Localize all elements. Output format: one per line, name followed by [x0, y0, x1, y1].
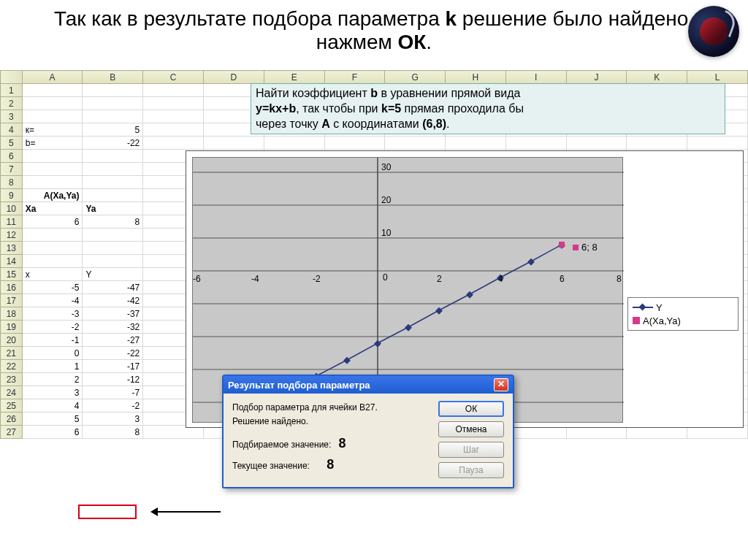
- cell[interactable]: -32: [83, 321, 143, 334]
- cell[interactable]: 5: [22, 413, 83, 426]
- cell[interactable]: -22: [83, 347, 143, 360]
- cell[interactable]: [83, 176, 143, 189]
- cell[interactable]: [22, 110, 83, 123]
- row-header[interactable]: 17: [1, 294, 23, 307]
- cell[interactable]: -12: [83, 373, 143, 386]
- row-header[interactable]: 24: [1, 386, 23, 399]
- cell[interactable]: 3: [83, 413, 143, 426]
- cell[interactable]: -3: [22, 307, 83, 321]
- cell[interactable]: [83, 84, 143, 97]
- row-header[interactable]: 26: [1, 413, 23, 426]
- cell[interactable]: -17: [83, 360, 143, 373]
- col-header[interactable]: L: [687, 71, 748, 84]
- row-header[interactable]: 4: [1, 123, 23, 137]
- cell[interactable]: [22, 242, 83, 255]
- cell[interactable]: [143, 137, 204, 150]
- row-header[interactable]: 14: [1, 255, 23, 268]
- col-header[interactable]: D: [204, 71, 264, 84]
- cell[interactable]: [22, 150, 83, 163]
- close-icon[interactable]: ✕: [494, 378, 508, 391]
- cell[interactable]: -37: [83, 307, 143, 321]
- cell[interactable]: 0: [22, 347, 83, 360]
- cell[interactable]: 2: [22, 373, 83, 386]
- cell[interactable]: -7: [83, 386, 143, 399]
- cell[interactable]: Xa: [22, 202, 83, 215]
- cell[interactable]: A(Xa,Ya): [22, 189, 83, 202]
- cell[interactable]: -2: [83, 399, 143, 413]
- cell[interactable]: [627, 137, 687, 150]
- cell[interactable]: [83, 110, 143, 123]
- row-header[interactable]: 16: [1, 281, 23, 294]
- cell[interactable]: 6: [22, 426, 83, 439]
- cell[interactable]: [566, 137, 627, 150]
- col-header[interactable]: J: [566, 71, 627, 84]
- col-header[interactable]: I: [505, 71, 566, 84]
- row-header[interactable]: 22: [1, 360, 23, 373]
- cell[interactable]: [83, 189, 143, 202]
- row-header[interactable]: 15: [1, 268, 23, 281]
- col-header[interactable]: H: [446, 71, 506, 84]
- cell[interactable]: x: [22, 268, 83, 281]
- cell[interactable]: [204, 137, 264, 150]
- cell[interactable]: [143, 123, 204, 137]
- row-header[interactable]: 10: [1, 202, 23, 215]
- row-header[interactable]: 13: [1, 242, 23, 255]
- row-header[interactable]: 18: [1, 307, 23, 321]
- cell[interactable]: [22, 255, 83, 268]
- ok-button[interactable]: ОК: [438, 401, 504, 417]
- cell[interactable]: 3: [22, 386, 83, 399]
- cell[interactable]: 1: [22, 360, 83, 373]
- row-header[interactable]: 23: [1, 373, 23, 386]
- col-header[interactable]: E: [264, 71, 324, 84]
- cell[interactable]: -42: [83, 294, 143, 307]
- row-header[interactable]: 25: [1, 399, 23, 413]
- cell[interactable]: [264, 137, 324, 150]
- cell[interactable]: [22, 97, 83, 110]
- row-header[interactable]: 9: [1, 189, 23, 202]
- cell[interactable]: 4: [22, 399, 83, 413]
- cell[interactable]: [687, 137, 748, 150]
- cell[interactable]: [83, 242, 143, 255]
- cell[interactable]: [83, 97, 143, 110]
- cell[interactable]: 8: [83, 426, 143, 439]
- cancel-button[interactable]: Отмена: [438, 421, 504, 437]
- cell[interactable]: [83, 229, 143, 242]
- cell[interactable]: [505, 137, 566, 150]
- cell[interactable]: [143, 97, 204, 110]
- col-header[interactable]: K: [627, 71, 687, 84]
- cell[interactable]: -22: [83, 137, 143, 150]
- cell[interactable]: [22, 163, 83, 176]
- cell[interactable]: b=: [22, 137, 83, 150]
- col-header[interactable]: C: [143, 71, 204, 84]
- row-header[interactable]: 19: [1, 321, 23, 334]
- col-header[interactable]: A: [22, 71, 83, 84]
- row-header[interactable]: 5: [1, 137, 23, 150]
- row-header[interactable]: 6: [1, 150, 23, 163]
- cell[interactable]: -1: [22, 334, 83, 347]
- corner-cell[interactable]: [1, 71, 23, 84]
- cell[interactable]: [143, 84, 204, 97]
- row-header[interactable]: 8: [1, 176, 23, 189]
- col-header[interactable]: B: [83, 71, 143, 84]
- col-header[interactable]: G: [385, 71, 446, 84]
- dialog-titlebar[interactable]: Результат подбора параметра ✕: [224, 376, 513, 394]
- cell[interactable]: [22, 229, 83, 242]
- col-header[interactable]: F: [324, 71, 385, 84]
- cell[interactable]: 8: [83, 215, 143, 229]
- cell[interactable]: [446, 137, 506, 150]
- row-header[interactable]: 7: [1, 163, 23, 176]
- row-header[interactable]: 21: [1, 347, 23, 360]
- cell[interactable]: 5: [83, 123, 143, 137]
- row-header[interactable]: 27: [1, 426, 23, 439]
- cell[interactable]: [83, 150, 143, 163]
- cell[interactable]: Y: [83, 268, 143, 281]
- row-header[interactable]: 12: [1, 229, 23, 242]
- row-header[interactable]: 3: [1, 110, 23, 123]
- cell[interactable]: -27: [83, 334, 143, 347]
- cell[interactable]: Ya: [83, 202, 143, 215]
- cell[interactable]: к=: [22, 123, 83, 137]
- cell[interactable]: -4: [22, 294, 83, 307]
- cell[interactable]: [324, 137, 385, 150]
- row-header[interactable]: 1: [1, 84, 23, 97]
- cell[interactable]: [83, 255, 143, 268]
